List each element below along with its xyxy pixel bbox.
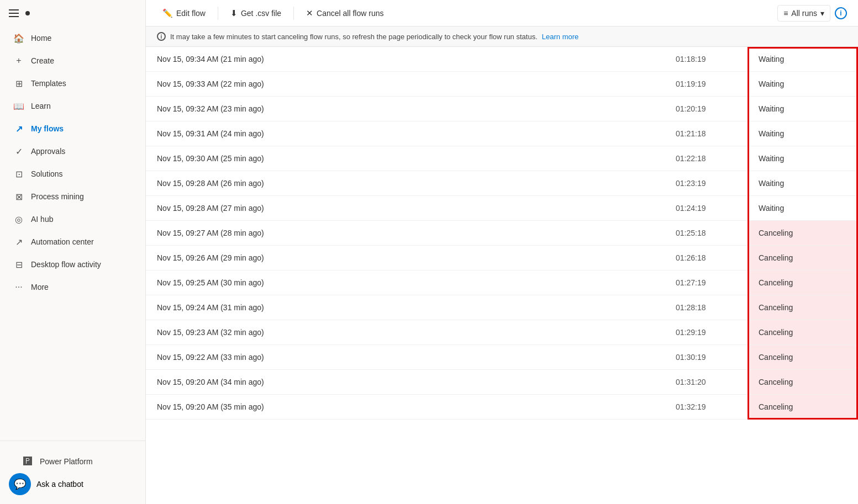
edit-flow-button[interactable]: ✏️ Edit flow <box>157 5 211 22</box>
solutions-icon: ⊡ <box>13 168 24 179</box>
toolbar-separator-1 <box>218 7 218 20</box>
table-row: Nov 15, 09:28 AM (27 min ago)01:24:19Wai… <box>146 196 858 221</box>
run-duration: 01:24:19 <box>665 196 748 221</box>
my-flows-icon: ↗ <box>13 123 24 134</box>
runs-table: Nov 15, 09:34 AM (21 min ago)01:18:19Wai… <box>146 47 858 420</box>
create-label: Create <box>31 56 54 65</box>
table-row: Nov 15, 09:25 AM (30 min ago)01:27:19Can… <box>146 270 858 295</box>
table-row: Nov 15, 09:23 AM (32 min ago)01:29:19Can… <box>146 320 858 345</box>
ai-hub-icon: ◎ <box>13 214 24 225</box>
process-mining-icon: ⊠ <box>13 191 24 202</box>
info-button[interactable]: i <box>835 7 847 19</box>
sidebar-item-desktop-flow-activity[interactable]: ⊟Desktop flow activity <box>4 253 141 275</box>
info-message: It may take a few minutes to start cance… <box>170 33 538 41</box>
table-row: Nov 15, 09:24 AM (31 min ago)01:28:18Can… <box>146 295 858 320</box>
run-status: Canceling <box>748 370 858 395</box>
status-badge: Waiting <box>759 179 784 188</box>
table-row: Nov 15, 09:20 AM (34 min ago)01:31:20Can… <box>146 370 858 395</box>
cancel-all-label: Cancel all flow runs <box>317 9 383 18</box>
learn-more-link[interactable]: Learn more <box>542 33 578 41</box>
approvals-label: Approvals <box>31 147 65 156</box>
run-status: Waiting <box>748 72 858 97</box>
run-status: Waiting <box>748 171 858 196</box>
ask-chatbot-button[interactable]: 💬 Ask a chatbot <box>9 473 136 495</box>
run-status: Canceling <box>748 395 858 420</box>
status-badge: Canceling <box>759 251 793 264</box>
solutions-label: Solutions <box>31 169 63 178</box>
sidebar-item-more[interactable]: ···More <box>4 276 141 298</box>
hamburger-menu-icon[interactable] <box>9 9 19 17</box>
my-flows-label: My flows <box>31 124 64 133</box>
cancel-all-button[interactable]: ✕ Cancel all flow runs <box>301 5 389 22</box>
run-start-time: Nov 15, 09:24 AM (31 min ago) <box>146 295 665 320</box>
sidebar-item-approvals[interactable]: ✓Approvals <box>4 140 141 162</box>
sidebar-item-automation-center[interactable]: ↗Automation center <box>4 231 141 253</box>
desktop-flow-activity-label: Desktop flow activity <box>31 260 101 269</box>
sidebar-item-templates[interactable]: ⊞Templates <box>4 72 141 94</box>
sidebar-item-learn[interactable]: 📖Learn <box>4 95 141 117</box>
status-badge: Canceling <box>759 276 793 289</box>
sidebar-item-create[interactable]: +Create <box>4 50 141 72</box>
sidebar-item-ai-hub[interactable]: ◎AI hub <box>4 208 141 230</box>
nav-items: 🏠Home+Create⊞Templates📖Learn↗My flows✓Ap… <box>0 26 145 299</box>
run-start-time: Nov 15, 09:22 AM (33 min ago) <box>146 345 665 370</box>
run-start-time: Nov 15, 09:25 AM (30 min ago) <box>146 270 665 295</box>
run-duration: 01:26:18 <box>665 246 748 270</box>
table-row: Nov 15, 09:32 AM (23 min ago)01:20:19Wai… <box>146 97 858 121</box>
automation-center-label: Automation center <box>31 237 94 246</box>
run-status: Waiting <box>748 146 858 171</box>
all-runs-label: All runs <box>791 9 817 18</box>
run-status: Canceling <box>748 295 858 320</box>
table-row: Nov 15, 09:20 AM (35 min ago)01:32:19Can… <box>146 395 858 420</box>
templates-label: Templates <box>31 79 66 88</box>
run-status: Waiting <box>748 47 858 72</box>
run-duration: 01:30:19 <box>665 345 748 370</box>
run-start-time: Nov 15, 09:26 AM (29 min ago) <box>146 246 665 270</box>
run-start-time: Nov 15, 09:20 AM (35 min ago) <box>146 395 665 420</box>
all-runs-button[interactable]: ≡ All runs ▾ <box>777 5 830 22</box>
run-status: Waiting <box>748 97 858 121</box>
power-platform-label: Power Platform <box>40 457 93 466</box>
run-start-time: Nov 15, 09:27 AM (28 min ago) <box>146 221 665 246</box>
sidebar-item-my-flows[interactable]: ↗My flows <box>4 118 141 140</box>
run-start-time: Nov 15, 09:28 AM (27 min ago) <box>146 196 665 221</box>
run-duration: 01:31:20 <box>665 370 748 395</box>
sidebar-item-power-platform[interactable]: 🅿 Power Platform <box>13 450 132 473</box>
table-row: Nov 15, 09:31 AM (24 min ago)01:21:18Wai… <box>146 121 858 146</box>
more-label: More <box>31 283 49 291</box>
learn-icon: 📖 <box>13 100 24 112</box>
run-duration: 01:27:19 <box>665 270 748 295</box>
more-icon: ··· <box>13 282 24 293</box>
run-start-time: Nov 15, 09:30 AM (25 min ago) <box>146 146 665 171</box>
runs-table-body: Nov 15, 09:34 AM (21 min ago)01:18:19Wai… <box>146 47 858 420</box>
runs-table-area: Nov 15, 09:34 AM (21 min ago)01:18:19Wai… <box>146 47 858 504</box>
chatbot-icon: 💬 <box>9 473 31 495</box>
status-badge: Waiting <box>759 79 784 88</box>
run-status: Canceling <box>748 345 858 370</box>
run-duration: 01:28:18 <box>665 295 748 320</box>
run-duration: 01:23:19 <box>665 171 748 196</box>
status-badge: Canceling <box>759 301 793 314</box>
get-csv-label: Get .csv file <box>241 9 281 18</box>
toolbar-right: ≡ All runs ▾ i <box>777 5 847 22</box>
create-icon: + <box>13 55 24 66</box>
run-status: Canceling <box>748 221 858 246</box>
run-duration: 01:32:19 <box>665 395 748 420</box>
automation-center-icon: ↗ <box>13 236 24 247</box>
status-badge: Canceling <box>759 226 793 240</box>
status-badge: Canceling <box>759 351 793 364</box>
templates-icon: ⊞ <box>13 78 24 89</box>
run-status: Canceling <box>748 270 858 295</box>
sidebar-item-home[interactable]: 🏠Home <box>4 27 141 49</box>
sidebar-item-solutions[interactable]: ⊡Solutions <box>4 163 141 185</box>
run-status: Canceling <box>748 246 858 270</box>
status-badge: Waiting <box>759 104 784 113</box>
main-content: ✏️ Edit flow ⬇ Get .csv file ✕ Cancel al… <box>146 0 858 504</box>
edit-icon: ✏️ <box>162 8 173 18</box>
sidebar-item-process-mining[interactable]: ⊠Process mining <box>4 185 141 208</box>
filter-icon: ≡ <box>783 9 788 18</box>
get-csv-button[interactable]: ⬇ Get .csv file <box>225 5 287 22</box>
process-mining-label: Process mining <box>31 192 84 201</box>
status-badge: Canceling <box>759 375 793 389</box>
table-row: Nov 15, 09:22 AM (33 min ago)01:30:19Can… <box>146 345 858 370</box>
